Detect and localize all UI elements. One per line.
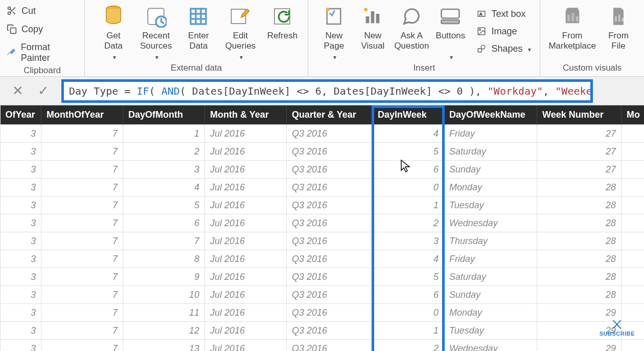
table-cell[interactable]: 2 xyxy=(373,214,444,232)
table-cell[interactable]: Jul 2016 xyxy=(205,196,287,214)
table-cell[interactable]: Thursday xyxy=(444,232,537,250)
table-cell[interactable]: 4 xyxy=(373,125,444,143)
table-cell[interactable]: 2 xyxy=(123,143,205,161)
table-cell[interactable]: Q3 2016 xyxy=(287,250,373,268)
table-cell[interactable]: 7 xyxy=(123,232,205,250)
col-header[interactable]: OfYear xyxy=(1,105,41,125)
table-cell[interactable]: Q3 2016 xyxy=(287,125,373,143)
formula-input[interactable]: Day Type = IF( AND( Dates[DayInWeek] <> … xyxy=(61,79,593,103)
table-cell[interactable]: 12 xyxy=(123,322,205,340)
col-header[interactable]: Quarter & Year xyxy=(287,105,373,125)
new-visual-button[interactable]: New Visual xyxy=(357,4,388,52)
col-header[interactable]: Week Number xyxy=(537,105,622,125)
table-cell[interactable]: 1 xyxy=(373,196,444,214)
table-cell[interactable]: 28 xyxy=(537,232,622,250)
formula-cancel-button[interactable]: ✕ xyxy=(12,83,24,99)
new-page-button[interactable]: New Page xyxy=(318,4,349,62)
table-cell[interactable] xyxy=(622,268,645,286)
table-cell[interactable]: 11 xyxy=(123,304,205,322)
table-cell[interactable]: 28 xyxy=(537,250,622,268)
table-cell[interactable]: 3 xyxy=(1,179,41,196)
table-cell[interactable]: 7 xyxy=(41,143,123,161)
table-cell[interactable]: Jul 2016 xyxy=(205,304,287,322)
table-row[interactable]: 375Jul 2016Q3 20161Tuesday28 xyxy=(1,196,645,214)
table-cell[interactable]: Q3 2016 xyxy=(287,214,373,232)
table-row[interactable]: 373Jul 2016Q3 20166Sunday27 xyxy=(1,161,645,179)
edit-queries-button[interactable]: Edit Queries xyxy=(225,4,256,62)
table-cell[interactable]: Friday xyxy=(444,250,537,268)
table-cell[interactable]: Saturday xyxy=(444,143,537,161)
table-cell[interactable]: Q3 2016 xyxy=(287,268,373,286)
table-cell[interactable]: 5 xyxy=(373,268,444,286)
from-marketplace-button[interactable]: From Marketplace xyxy=(548,4,596,52)
table-cell[interactable]: 29 xyxy=(537,340,622,352)
table-cell[interactable]: Jul 2016 xyxy=(205,286,287,304)
table-cell[interactable] xyxy=(622,179,645,196)
table-cell[interactable]: 28 xyxy=(537,179,622,196)
table-cell[interactable]: Monday xyxy=(444,179,537,196)
table-cell[interactable]: 3 xyxy=(1,125,41,143)
table-cell[interactable]: Jul 2016 xyxy=(205,250,287,268)
table-cell[interactable]: 3 xyxy=(1,214,41,232)
table-cell[interactable]: 3 xyxy=(373,232,444,250)
table-cell[interactable]: Wednesday xyxy=(444,340,537,352)
table-row[interactable]: 379Jul 2016Q3 20165Saturday28 xyxy=(1,268,645,286)
table-cell[interactable]: 28 xyxy=(537,214,622,232)
table-cell[interactable]: 27 xyxy=(537,125,622,143)
col-header[interactable]: MonthOfYear xyxy=(41,105,123,125)
table-cell[interactable]: Jul 2016 xyxy=(205,161,287,179)
table-cell[interactable]: 4 xyxy=(373,250,444,268)
table-cell[interactable]: 7 xyxy=(41,214,123,232)
table-cell[interactable]: 3 xyxy=(1,232,41,250)
formula-commit-button[interactable]: ✓ xyxy=(38,83,49,99)
table-cell[interactable]: Q3 2016 xyxy=(287,232,373,250)
table-cell[interactable]: 7 xyxy=(41,161,123,179)
table-row[interactable]: 3712Jul 2016Q3 20161Tuesday29 xyxy=(1,322,645,340)
text-box-button[interactable]: A Text box xyxy=(474,7,533,20)
table-cell[interactable]: Friday xyxy=(444,125,537,143)
table-cell[interactable]: 13 xyxy=(123,340,205,352)
table-cell[interactable]: 3 xyxy=(1,340,41,352)
table-cell[interactable]: 28 xyxy=(537,196,622,214)
table-cell[interactable]: 3 xyxy=(1,268,41,286)
table-cell[interactable]: 9 xyxy=(123,268,205,286)
table-cell[interactable]: 3 xyxy=(1,304,41,322)
table-cell[interactable]: 7 xyxy=(41,340,123,352)
table-cell[interactable]: 3 xyxy=(1,196,41,214)
table-cell[interactable]: Q3 2016 xyxy=(287,179,373,196)
table-cell[interactable] xyxy=(622,286,645,304)
table-cell[interactable]: Q3 2016 xyxy=(287,196,373,214)
table-cell[interactable]: Tuesday xyxy=(444,322,537,340)
table-row[interactable]: 3713Jul 2016Q3 20162Wednesday29 xyxy=(1,340,645,352)
copy-button[interactable]: Copy xyxy=(4,23,80,36)
table-cell[interactable]: 3 xyxy=(123,161,205,179)
table-cell[interactable]: 3 xyxy=(1,250,41,268)
table-cell[interactable]: Jul 2016 xyxy=(205,232,287,250)
table-cell[interactable]: Saturday xyxy=(444,268,537,286)
col-header[interactable]: DayOfMonth xyxy=(123,105,205,125)
table-cell[interactable]: 7 xyxy=(41,322,123,340)
table-cell[interactable]: 6 xyxy=(373,161,444,179)
table-cell[interactable]: 3 xyxy=(1,143,41,161)
table-cell[interactable]: 1 xyxy=(373,322,444,340)
recent-sources-button[interactable]: Recent Sources xyxy=(140,4,172,62)
col-header[interactable]: Mo xyxy=(622,105,645,125)
table-cell[interactable]: 0 xyxy=(373,304,444,322)
table-cell[interactable]: 3 xyxy=(1,322,41,340)
table-cell[interactable] xyxy=(622,340,645,352)
table-cell[interactable] xyxy=(622,143,645,161)
table-cell[interactable]: 7 xyxy=(41,196,123,214)
table-cell[interactable]: 5 xyxy=(373,143,444,161)
table-cell[interactable]: 7 xyxy=(41,179,123,196)
table-cell[interactable]: Sunday xyxy=(444,286,537,304)
table-cell[interactable]: 4 xyxy=(123,179,205,196)
table-cell[interactable]: Q3 2016 xyxy=(287,161,373,179)
table-cell[interactable]: 3 xyxy=(1,161,41,179)
table-cell[interactable]: 6 xyxy=(373,286,444,304)
table-row[interactable]: 377Jul 2016Q3 20163Thursday28 xyxy=(1,232,645,250)
buttons-button[interactable]: Buttons xyxy=(435,4,466,62)
table-cell[interactable] xyxy=(622,196,645,214)
from-file-button[interactable]: From File xyxy=(603,4,634,52)
table-cell[interactable]: 5 xyxy=(123,196,205,214)
table-cell[interactable]: 27 xyxy=(537,161,622,179)
